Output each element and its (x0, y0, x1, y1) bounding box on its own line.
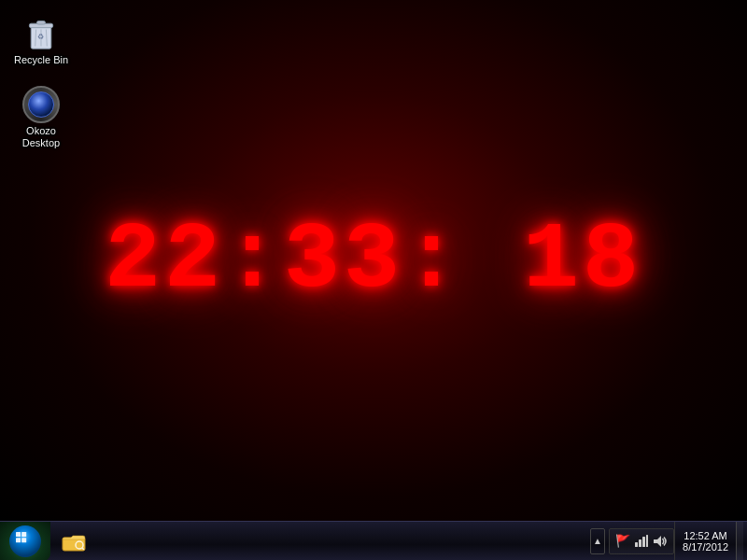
svg-rect-11 (21, 538, 26, 542)
clock-time: 22:33: 18 (105, 208, 642, 314)
svg-marker-19 (654, 536, 661, 547)
svg-rect-10 (16, 538, 21, 542)
tray-expand-button[interactable]: ▲ (590, 528, 605, 554)
recycle-bin-image: ♻ (22, 15, 60, 52)
tray-icons-group: 🚩 (609, 528, 674, 554)
svg-rect-15 (635, 542, 638, 547)
tray-time: 12:52 AM (684, 530, 726, 541)
network-tray-icon[interactable] (634, 534, 649, 549)
taskbar: ▲ 🚩 12:52 AM (0, 521, 747, 560)
svg-text:♻: ♻ (38, 33, 45, 41)
recycle-bin-icon[interactable]: ♻ Recycle Bin (8, 11, 74, 70)
svg-rect-2 (37, 21, 46, 25)
clock-display: 22:33: 18 (105, 208, 642, 314)
taskbar-pinned-items (50, 522, 97, 561)
okozo-desktop-icon[interactable]: Okozo Desktop (8, 82, 74, 153)
desktop: ♻ Recycle Bin Okozo Desktop 22:33: 18 (0, 0, 747, 521)
okozo-desktop-label: Okozo Desktop (12, 125, 70, 149)
okozo-desktop-image (22, 86, 60, 123)
svg-rect-17 (642, 537, 645, 547)
system-tray: ▲ 🚩 12:52 AM (590, 522, 747, 561)
svg-rect-16 (639, 539, 641, 547)
taskbar-explorer-pin[interactable] (54, 524, 93, 559)
expand-arrow-icon: ▲ (593, 536, 602, 546)
flag-tray-icon[interactable]: 🚩 (615, 534, 630, 549)
system-clock[interactable]: 12:52 AM 8/17/2012 (674, 522, 736, 561)
recycle-bin-label: Recycle Bin (14, 54, 68, 66)
show-desktop-button[interactable] (736, 522, 743, 561)
start-button[interactable] (0, 522, 50, 561)
svg-rect-8 (16, 532, 21, 537)
svg-rect-9 (21, 532, 26, 537)
svg-rect-18 (646, 535, 648, 547)
volume-tray-icon[interactable] (653, 534, 668, 549)
tray-date: 8/17/2012 (683, 541, 728, 553)
